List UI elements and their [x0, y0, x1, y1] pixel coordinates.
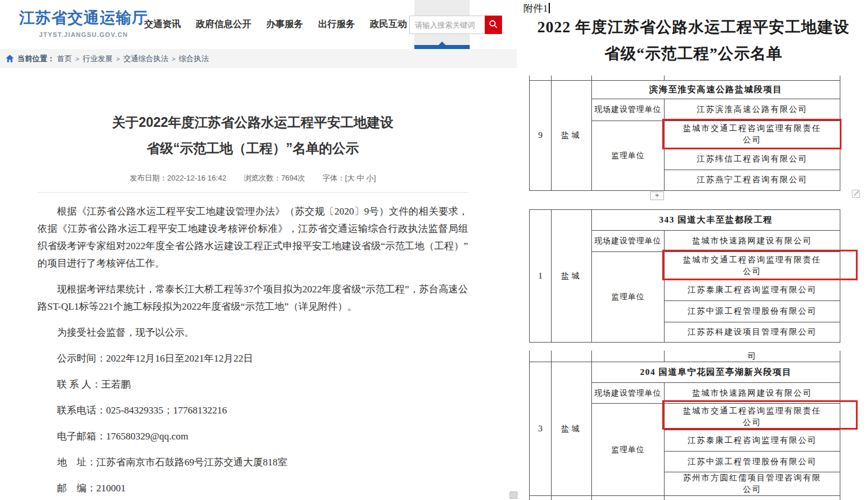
- supervisor-label: 监理单位: [592, 252, 665, 343]
- manager-company: 江苏滨淮高速公路有限公司: [665, 99, 840, 121]
- nav-item-travel[interactable]: 出行服务: [311, 0, 363, 49]
- article-title: 关于2022年度江苏省公路水运工程平安工地建设 省级“示范工地（工程）”名单的公…: [37, 110, 468, 161]
- table-stub-cell: [665, 76, 840, 80]
- site-header: 江苏省交通运输厅 JTYST.JIANGSU.GOV.CN 交通资讯 政府信息公…: [0, 0, 519, 49]
- search-box: [409, 16, 502, 34]
- breadcrumb-industry[interactable]: 行业发展: [82, 54, 112, 64]
- table-stub-cell: [530, 76, 552, 80]
- supervisor-label: 监理单位: [592, 121, 665, 190]
- supervisor-company: 江苏中源工程管理股份有限公司: [665, 452, 840, 472]
- attachment-document: 附件1 2022 年度江苏省公路水运工程平安工地建设 省级“示范工程”公示名单 …: [519, 0, 868, 500]
- insert-row-button[interactable]: +: [650, 191, 664, 200]
- home-icon: [6, 55, 14, 62]
- project-name: 204 国道阜宁花园至亭湖新兴段项目: [592, 362, 840, 383]
- paragraph-period: 公示时间：2022年12月16日至2021年12月22日: [37, 350, 468, 367]
- paragraph-results: 现根据考评结果统计，常泰长江大桥工程等37个项目拟为2022年度省级“示范工程”…: [37, 281, 468, 315]
- project-name: 343 国道大丰至盐都段工程: [592, 210, 840, 231]
- font-size-options[interactable]: [大 中 小]: [345, 174, 376, 182]
- nav-active-notch-icon: [439, 42, 446, 45]
- paragraph-basis: 根据《江苏省公路水运工程平安工地建设管理办法》（苏交规〔2020〕9号）文件的相…: [37, 203, 468, 272]
- manager-company: 盐城市快速路网建设有限公司: [665, 231, 840, 252]
- nav-item-label: 政民互动: [370, 18, 407, 31]
- row-number: 3: [530, 362, 552, 496]
- city-cell: 盐城: [552, 362, 592, 496]
- manager-label: 现场建设管理单位: [592, 231, 665, 252]
- article: 关于2022年度江苏省公路水运工程平安工地建设 省级“示范工地（工程）”名单的公…: [0, 68, 517, 497]
- table-move-handle-icon[interactable]: [510, 491, 518, 499]
- row-number: 1: [530, 210, 552, 343]
- search-input[interactable]: [409, 16, 485, 34]
- highlight-box-project9: [662, 119, 841, 149]
- contact-address: 地 址：江苏省南京市石鼓路69号江苏交通大厦818室: [37, 454, 468, 471]
- site-logo-subtitle: JTYST.JIANGSU.GOV.CN: [19, 31, 148, 38]
- attachment-title: 2022 年度江苏省公路水运工程平安工地建设 省级“示范工程”公示名单: [519, 14, 868, 67]
- supervisor-company: 江苏泰康工程咨询监理有限公司: [665, 430, 840, 452]
- publish-date: 发布日期：2022-12-16 16:42: [130, 173, 227, 183]
- table-resize-handle-icon[interactable]: [852, 190, 860, 198]
- nav-active-bar: [414, 45, 470, 49]
- nav-item-label: 交通资讯: [144, 18, 181, 31]
- contact-person: 联 系 人：王若鹏: [37, 376, 468, 393]
- breadcrumb-separator: >: [116, 55, 119, 62]
- highlight-box-project1: [662, 250, 858, 280]
- supervisor-company: 江苏燕宁工程咨询有限公司: [665, 170, 840, 190]
- search-icon: [489, 20, 498, 31]
- contact-zipcode: 邮 编：210001: [37, 480, 468, 497]
- search-button[interactable]: [485, 16, 502, 34]
- supervisor-company: 江苏苏科建设项目管理有限公司: [665, 322, 840, 343]
- breadcrumb-enforcement[interactable]: 交通综合执法: [123, 54, 168, 64]
- site-logo[interactable]: 江苏省交通运输厅 JTYST.JIANGSU.GOV.CN: [19, 7, 148, 38]
- table-partial-cell: [552, 351, 592, 362]
- article-meta: 发布日期：2022-12-16 16:42 浏览次数：7694次 字体：[大 中…: [37, 173, 468, 183]
- table-partial-cell: [592, 351, 665, 362]
- breadcrumb: 当前位置： 首页 > 行业发展 > 交通综合执法 > 综合执法: [0, 49, 517, 68]
- table-stub-cell: [552, 496, 592, 500]
- project-name: 滨海至淮安高速公路盐城段项目: [592, 80, 840, 99]
- row-number: 9: [530, 80, 552, 190]
- text-cursor: [549, 3, 550, 13]
- article-title-line1: 关于2022年度江苏省公路水运工程平安工地建设: [37, 110, 468, 136]
- supervisor-company: 江苏中源工程管理股份有限公司: [665, 301, 840, 322]
- table-stub-cell: [665, 496, 840, 500]
- attachment-title-line1: 2022 年度江苏省公路水运工程平安工地建设: [519, 14, 868, 40]
- table-stub-cell: [592, 76, 665, 80]
- highlight-box-project3: [662, 400, 858, 430]
- breadcrumb-current[interactable]: 综合执法: [179, 54, 209, 64]
- nav-item-interaction[interactable]: 政民互动: [363, 0, 414, 49]
- breadcrumb-label: 当前位置：: [17, 54, 55, 64]
- nav-item-news[interactable]: 交通资讯: [137, 0, 188, 49]
- site-logo-title: 江苏省交通运输厅: [19, 7, 148, 28]
- nav-item-services[interactable]: 办事服务: [259, 0, 311, 49]
- article-title-line2: 省级“示范工地（工程）”名单的公示: [37, 136, 468, 161]
- breadcrumb-separator: >: [76, 55, 79, 62]
- font-size-control: 字体：[大 中 小]: [323, 173, 376, 183]
- table-stub-cell: [530, 496, 552, 500]
- table-partial-cell-text: 司: [665, 351, 840, 362]
- breadcrumb-separator: >: [172, 55, 175, 62]
- supervisor-company: 江苏泰康工程咨询监理有限公司: [665, 280, 840, 301]
- gov-website-page: 江苏省交通运输厅 JTYST.JIANGSU.GOV.CN 交通资讯 政府信息公…: [0, 0, 519, 500]
- article-divider: [37, 192, 468, 193]
- supervisor-company: 江苏纬信工程咨询有限公司: [665, 148, 840, 170]
- paragraph-publicity: 为接受社会监督，现予以公示。: [37, 324, 468, 341]
- nav-item-gov-info[interactable]: 政府信息公开: [188, 0, 259, 49]
- supervisor-label: 监理单位: [592, 404, 665, 496]
- attachment-label: 附件1: [523, 2, 550, 15]
- attachment-title-line2: 省级“示范工程”公示名单: [519, 40, 868, 67]
- nav-item-label: 办事服务: [266, 18, 303, 31]
- manager-label: 现场建设管理单位: [592, 383, 665, 404]
- attachment-label-text: 附件1: [523, 3, 548, 14]
- city-cell: 盐城: [552, 80, 592, 190]
- contact-phone: 联系电话：025-84329335；17768132216: [37, 402, 468, 419]
- view-count: 浏览次数：7694次: [244, 173, 305, 183]
- screenshot-root: 江苏省交通运输厅 JTYST.JIANGSU.GOV.CN 交通资讯 政府信息公…: [0, 0, 868, 500]
- contact-email: 电子邮箱：176580329@qq.com: [37, 428, 468, 445]
- supervisor-company: 苏州市方圆红儒项目管理咨询有限公司: [665, 472, 840, 496]
- font-size-label: 字体：: [323, 174, 345, 182]
- breadcrumb-home[interactable]: 首页: [57, 54, 72, 64]
- table-partial-cell: [530, 351, 552, 362]
- city-cell: 盐城: [552, 210, 592, 343]
- table-stub-cell: [552, 76, 592, 80]
- nav-item-label: 出行服务: [318, 18, 355, 31]
- nav-item-label: 政府信息公开: [196, 18, 251, 31]
